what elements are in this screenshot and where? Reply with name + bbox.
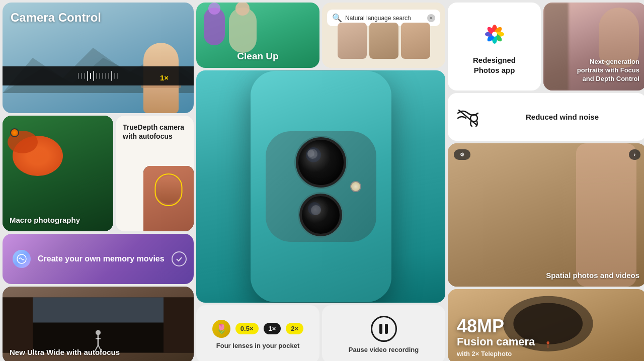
- mp48-sub: with 2× Telephoto: [457, 350, 512, 357]
- main-phone-card: [196, 70, 445, 303]
- search-people: [322, 23, 445, 63]
- flash-dot: [350, 181, 361, 192]
- tick: [81, 73, 82, 79]
- lens-icons-row: 🌷 0.5× 1× 2×: [212, 320, 303, 338]
- cc-top-row: Clean Up 🔍 Natural language search ✕: [196, 3, 445, 68]
- cleanup-figures: [204, 8, 257, 53]
- pause-card: Pause video recording: [322, 305, 445, 361]
- left-column: Camera Control: [3, 3, 194, 361]
- page-wrapper: Camera Control: [0, 0, 644, 361]
- right-column: Redesigned Photos app Next-generation po…: [448, 3, 644, 361]
- photos-app-label: Redesigned Photos app: [473, 55, 516, 75]
- macro-card: Macro photography: [3, 116, 113, 231]
- search-icon: 🔍: [332, 13, 342, 23]
- pause-button[interactable]: [371, 316, 397, 342]
- tick-mid: [93, 71, 94, 81]
- phone-body: [251, 71, 391, 302]
- center-column: Clean Up 🔍 Natural language search ✕: [196, 3, 445, 361]
- photos-app-line2: Photos app: [474, 66, 515, 74]
- lens-badge-2: 2×: [286, 323, 303, 334]
- four-lenses-label: Four lenses in your pocket: [216, 342, 299, 349]
- truedepth-label: TrueDepth camera with autofocus: [123, 123, 184, 141]
- tick-mid: [111, 71, 112, 81]
- flower-icon: 🌷: [212, 320, 230, 338]
- svg-point-22: [492, 32, 497, 37]
- svg-point-27: [546, 341, 549, 344]
- tick: [102, 73, 103, 79]
- tick-selected: [90, 73, 91, 79]
- frog-area: [8, 126, 83, 201]
- tick-mid: [87, 71, 88, 81]
- mp48-line2: Fusion camera: [457, 335, 535, 348]
- figure-1: [204, 8, 225, 45]
- wind-noise-card: Reduced wind noise: [448, 93, 644, 141]
- zoom-ticks: [78, 71, 118, 81]
- tick: [114, 73, 115, 79]
- spatial-card: ⚙ › Spatial photos and videos: [448, 143, 644, 287]
- truedepth-line1: TrueDepth camera: [123, 123, 184, 131]
- zoom-label: 1×: [160, 73, 169, 82]
- portrait-card: Next-generation portraits with Focus and…: [543, 3, 644, 91]
- mp48-text-wrap: 48MP Fusion camera: [457, 317, 535, 348]
- main-lens: [296, 137, 346, 188]
- siri-icon: [13, 250, 31, 268]
- truedepth-card: TrueDepth camera with autofocus: [116, 116, 194, 231]
- camera-bump: [266, 131, 376, 242]
- photos-app-card: Redesigned Photos app: [448, 3, 541, 91]
- face-shape: [156, 176, 181, 204]
- cleanup-label: Clean Up: [237, 51, 278, 62]
- phone-mockup: [143, 166, 194, 231]
- tick: [108, 73, 109, 79]
- lens-reflection-2: [308, 202, 321, 215]
- person-thumb-1: [338, 23, 367, 59]
- cleanup-card: Clean Up: [196, 3, 319, 68]
- four-lenses-card: 🌷 0.5× 1× 2× Four lenses in your pocket: [196, 305, 319, 361]
- portrait-line2: portraits with Focus: [577, 66, 639, 74]
- memory-card: Create your own memory movies: [3, 234, 194, 284]
- truedepth-line2: with autofocus: [123, 132, 173, 140]
- photos-app-line1: Redesigned: [473, 56, 516, 64]
- svg-point-8: [96, 330, 101, 335]
- figure-head-2: [235, 3, 250, 16]
- search-close-btn[interactable]: ✕: [427, 14, 435, 22]
- person-thumb-2: [369, 23, 398, 59]
- pause-label: Pause video recording: [349, 346, 419, 353]
- portrait-line3: and Depth Control: [583, 75, 639, 82]
- cc-bottom-row: 🌷 0.5× 1× 2× Four lenses in your pocket …: [196, 305, 445, 361]
- pause-icon: [379, 324, 388, 334]
- pause-bar-2: [385, 324, 388, 334]
- mp48-card: 48MP Fusion camera with 2× Telephoto: [448, 289, 644, 361]
- lc-mid-row: Macro photography TrueDepth camera with …: [3, 116, 194, 231]
- frog-eye: [10, 128, 19, 137]
- tick: [96, 73, 97, 79]
- spatial-nav: ›: [629, 149, 640, 160]
- svg-rect-7: [33, 298, 164, 323]
- tick: [105, 73, 106, 79]
- figure-head: [208, 3, 220, 15]
- checkmark-svg: [175, 255, 183, 263]
- siri-svg: [16, 253, 27, 264]
- spatial-bg: ⚙ ›: [448, 143, 644, 287]
- sitting-person: [576, 143, 636, 287]
- ultra-wide-label: New Ultra Wide with autofocus: [10, 348, 120, 356]
- phone-screen: [143, 166, 194, 231]
- person-thumb-3: [401, 23, 430, 59]
- secondary-lens: [299, 194, 342, 236]
- tick: [78, 73, 79, 79]
- portrait-label: Next-generation portraits with Focus and…: [577, 58, 639, 83]
- tick: [117, 73, 118, 79]
- lens-badge-05: 0.5×: [235, 323, 259, 334]
- spatial-ui: ⚙: [454, 149, 470, 160]
- search-text: Natural language search: [345, 15, 424, 22]
- photos-icon-svg: [481, 21, 508, 47]
- wind-icon-wrap: [456, 107, 480, 127]
- photos-app-icon: [478, 18, 511, 50]
- tick: [84, 73, 85, 79]
- checkmark-circle: [172, 251, 187, 266]
- figure-2: [229, 8, 257, 53]
- wind-noise-icon: [456, 107, 480, 127]
- portrait-line1: Next-generation: [590, 58, 639, 65]
- spatial-label: Spatial photos and videos: [546, 271, 639, 280]
- mp48-line1: 48MP: [457, 317, 535, 335]
- memory-text: Create your own memory movies: [38, 254, 165, 263]
